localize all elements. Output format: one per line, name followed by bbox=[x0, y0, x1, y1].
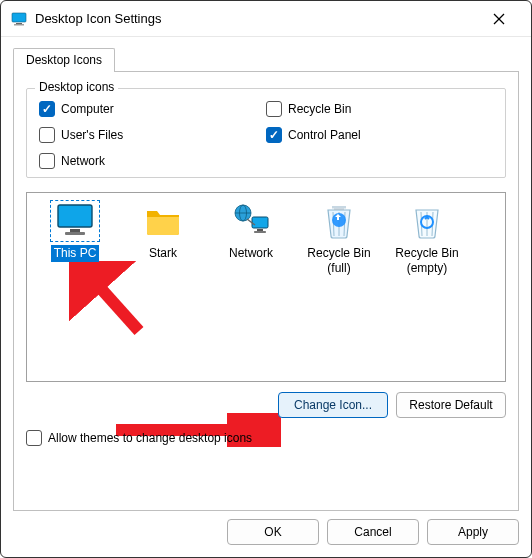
checkbox-label: User's Files bbox=[61, 128, 123, 142]
svg-rect-3 bbox=[14, 24, 24, 25]
check-icon bbox=[266, 127, 282, 143]
icon-item-recycle-full[interactable]: Recycle Bin (full) bbox=[295, 201, 383, 277]
svg-rect-13 bbox=[252, 217, 268, 228]
tab-body: Desktop icons Computer Recycle Bin User'… bbox=[13, 71, 519, 511]
dialog-window: Desktop Icon Settings Desktop Icons Desk… bbox=[0, 0, 532, 558]
checkbox-recyclebin[interactable]: Recycle Bin bbox=[266, 101, 493, 117]
network-icon bbox=[227, 201, 275, 241]
icon-preview-list[interactable]: This PC Stark bbox=[26, 192, 506, 382]
svg-rect-8 bbox=[70, 229, 80, 232]
svg-rect-0 bbox=[12, 13, 26, 22]
close-button[interactable] bbox=[477, 1, 521, 37]
icon-label: Network bbox=[226, 245, 276, 262]
titlebar: Desktop Icon Settings bbox=[1, 1, 531, 37]
recycle-bin-empty-icon bbox=[403, 201, 451, 241]
icon-item-this-pc[interactable]: This PC bbox=[31, 201, 119, 262]
apply-button[interactable]: Apply bbox=[427, 519, 519, 545]
icon-item-recycle-empty[interactable]: Recycle Bin (empty) bbox=[383, 201, 471, 277]
check-icon bbox=[39, 127, 55, 143]
monitor-icon bbox=[51, 201, 99, 241]
checkbox-label: Computer bbox=[61, 102, 114, 116]
icon-label: This PC bbox=[51, 245, 100, 262]
group-desktop-icons: Desktop icons Computer Recycle Bin User'… bbox=[26, 88, 506, 178]
recycle-bin-full-icon bbox=[315, 201, 363, 241]
icon-label: Recycle Bin (empty) bbox=[392, 245, 461, 277]
check-icon bbox=[39, 153, 55, 169]
client-area: Desktop Icons Desktop icons Computer Rec… bbox=[1, 37, 531, 511]
folder-icon bbox=[139, 201, 187, 241]
svg-rect-16 bbox=[254, 231, 266, 233]
checkbox-controlpanel[interactable]: Control Panel bbox=[266, 127, 493, 143]
svg-rect-22 bbox=[334, 209, 344, 211]
change-icon-button[interactable]: Change Icon... bbox=[278, 392, 388, 418]
svg-rect-15 bbox=[257, 229, 263, 231]
icon-item-user-folder[interactable]: Stark bbox=[119, 201, 207, 262]
svg-rect-21 bbox=[332, 206, 346, 209]
icon-action-row: Change Icon... Restore Default bbox=[26, 392, 506, 418]
check-icon bbox=[26, 430, 42, 446]
icon-label: Stark bbox=[146, 245, 180, 262]
icon-label: Recycle Bin (full) bbox=[304, 245, 373, 277]
checkbox-network[interactable]: Network bbox=[39, 153, 266, 169]
svg-rect-6 bbox=[58, 205, 92, 227]
dialog-button-row: OK Cancel Apply bbox=[1, 511, 531, 557]
tab-strip: Desktop Icons bbox=[13, 47, 519, 71]
svg-rect-9 bbox=[65, 232, 85, 235]
checkbox-allow-themes[interactable]: Allow themes to change desktop icons bbox=[26, 430, 252, 446]
icon-item-network[interactable]: Network bbox=[207, 201, 295, 262]
svg-rect-2 bbox=[16, 23, 22, 24]
checkbox-computer[interactable]: Computer bbox=[39, 101, 266, 117]
group-legend: Desktop icons bbox=[35, 80, 118, 94]
cancel-button[interactable]: Cancel bbox=[327, 519, 419, 545]
tab-desktop-icons[interactable]: Desktop Icons bbox=[13, 48, 115, 72]
ok-button[interactable]: OK bbox=[227, 519, 319, 545]
checkbox-label: Control Panel bbox=[288, 128, 361, 142]
checkbox-label: Allow themes to change desktop icons bbox=[48, 431, 252, 445]
restore-default-button[interactable]: Restore Default bbox=[396, 392, 506, 418]
checkbox-label: Recycle Bin bbox=[288, 102, 351, 116]
checkbox-label: Network bbox=[61, 154, 105, 168]
check-icon bbox=[39, 101, 55, 117]
window-title: Desktop Icon Settings bbox=[35, 11, 477, 26]
check-icon bbox=[266, 101, 282, 117]
app-icon bbox=[11, 11, 27, 27]
checkbox-usersfiles[interactable]: User's Files bbox=[39, 127, 266, 143]
